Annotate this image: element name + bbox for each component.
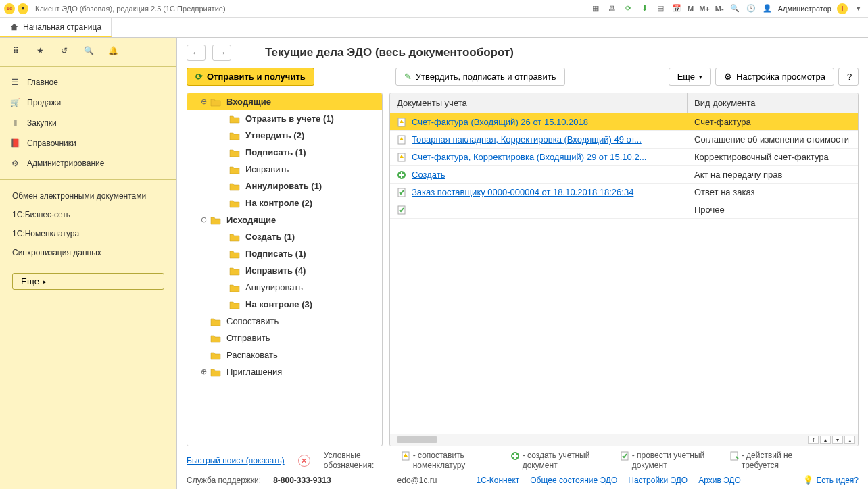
folder-icon <box>229 165 240 174</box>
footer-link-2[interactable]: Настройки ЭДО <box>628 475 688 485</box>
document-link[interactable]: Создать <box>412 170 445 180</box>
folder-icon <box>229 232 240 242</box>
tree-node-9[interactable]: Подписать (1) <box>187 245 382 262</box>
clock-icon[interactable]: 🕓 <box>746 3 756 14</box>
tree-node-7[interactable]: ⊖Исходящие <box>187 211 382 228</box>
sidebar-item-0[interactable]: ☰Главное <box>0 72 176 93</box>
document-link[interactable]: Счет-фактура (Входящий) 26 от 15.10.2018 <box>412 117 588 127</box>
tree-node-12[interactable]: На контроле (3) <box>187 296 382 313</box>
info-icon[interactable]: i <box>837 3 848 14</box>
nav-back-button[interactable]: ← <box>187 45 206 61</box>
folder-tree[interactable]: ⊖ВходящиеОтразить в учете (1)Утвердить (… <box>187 93 383 446</box>
legend-check-icon <box>620 451 629 461</box>
tree-node-2[interactable]: Утвердить (2) <box>187 127 382 144</box>
sidebar-link-3[interactable]: Синхронизация данных <box>0 243 176 262</box>
print-icon[interactable]: 🖶 <box>606 3 617 14</box>
quick-search-link[interactable]: Быстрый поиск (показать) <box>187 456 285 465</box>
tree-node-8[interactable]: Создать (1) <box>187 228 382 245</box>
send-receive-button[interactable]: ⟳ Отправить и получить <box>187 68 314 86</box>
collapse-icon[interactable]: ⊖ <box>199 97 208 106</box>
scroll-up-icon[interactable]: ▴ <box>820 436 831 444</box>
history-icon[interactable]: ↺ <box>58 45 70 57</box>
footer-link-1[interactable]: Общее состояние ЭДО <box>530 475 617 485</box>
calc-m[interactable]: M <box>688 5 694 13</box>
dropdown-icon[interactable]: ▾ <box>18 3 28 14</box>
menu-dropdown-icon[interactable]: ▾ <box>853 3 864 14</box>
calendar-icon[interactable]: 📅 <box>671 3 682 14</box>
tree-node-14[interactable]: Отправить <box>187 330 382 346</box>
search-icon[interactable]: 🔍 <box>82 45 95 57</box>
legend-item-1: - создать учетный документ <box>510 451 604 471</box>
help-button[interactable]: ? <box>838 68 859 86</box>
sidebar-link-0[interactable]: Обмен электронными документами <box>0 186 176 205</box>
table-row[interactable]: Товарная накладная, Корректировка (Входя… <box>390 131 858 149</box>
support-label: Служба поддержки: <box>187 475 261 485</box>
footer-link-0[interactable]: 1С-Коннект <box>476 475 519 485</box>
document-link[interactable]: Заказ поставщику 0000-000004 от 18.10.20… <box>412 187 633 197</box>
tree-node-10[interactable]: Исправить (4) <box>187 262 382 279</box>
table-row[interactable]: Прочее <box>390 201 858 219</box>
titlebar: 1c ▾ Клиент ЭДО (базовая), редакция 2.5 … <box>0 0 868 18</box>
idea-link[interactable]: 💡 Есть идея? <box>803 475 859 485</box>
status-warn-icon <box>397 118 406 127</box>
approve-sign-send-button[interactable]: ✎ Утвердить, подписать и отправить <box>395 68 565 86</box>
sidebar-item-2[interactable]: ⫴Закупки <box>0 113 176 133</box>
column-doctype[interactable]: Вид документа <box>688 93 858 113</box>
zoom-icon[interactable]: 🔍 <box>729 3 740 14</box>
horizontal-scrollbar[interactable]: ⤒ ▴ ▾ ⤓ <box>390 434 858 446</box>
gear-icon: ⚙ <box>9 158 20 169</box>
document-link[interactable]: Счет-фактура, Корректировка (Входящий) 2… <box>412 152 646 162</box>
close-icon[interactable]: ✕ <box>298 455 310 467</box>
tree-node-0[interactable]: ⊖Входящие <box>187 93 382 110</box>
footer-link-3[interactable]: Архив ЭДО <box>698 475 741 485</box>
column-documents[interactable]: Документы учета <box>390 93 688 113</box>
folder-icon <box>229 266 240 276</box>
table-row[interactable]: Заказ поставщику 0000-000004 от 18.10.20… <box>390 184 858 201</box>
tab-home[interactable]: Начальная страница <box>0 18 112 37</box>
tool-icon-1[interactable]: ▦ <box>590 3 601 14</box>
legend-label: Условные обозначения: <box>324 451 385 471</box>
sidebar-link-1[interactable]: 1С:Бизнес-сеть <box>0 205 176 224</box>
table-row[interactable]: Счет-фактура, Корректировка (Входящий) 2… <box>390 149 858 166</box>
tree-node-4[interactable]: Исправить <box>187 161 382 178</box>
collapse-icon[interactable]: ⊖ <box>199 215 208 224</box>
compare-icon[interactable]: ▤ <box>655 3 666 14</box>
calc-mminus[interactable]: M- <box>715 5 724 13</box>
tree-node-15[interactable]: Распаковать <box>187 346 382 363</box>
refresh-icon[interactable]: ⟳ <box>623 3 633 14</box>
tree-node-6[interactable]: На контроле (2) <box>187 195 382 211</box>
star-icon[interactable]: ★ <box>34 45 46 57</box>
calc-mplus[interactable]: M+ <box>699 5 710 13</box>
sidebar-item-3[interactable]: 📕Справочники <box>0 133 176 153</box>
table-row[interactable]: Счет-фактура (Входящий) 26 от 15.10.2018… <box>390 113 858 131</box>
document-table: Документы учета Вид документа Счет-факту… <box>389 93 859 446</box>
tree-node-11[interactable]: Аннулировать <box>187 279 382 296</box>
document-link[interactable]: Товарная накладная, Корректировка (Входя… <box>412 134 642 145</box>
nav-forward-button[interactable]: → <box>212 45 231 61</box>
download-icon[interactable]: ⬇ <box>639 3 650 14</box>
user-name[interactable]: Администратор <box>778 5 831 13</box>
tree-node-5[interactable]: Аннулировать (1) <box>187 178 382 195</box>
scroll-last-icon[interactable]: ⤓ <box>844 436 855 444</box>
user-icon: 👤 <box>762 3 773 14</box>
sidebar-item-4[interactable]: ⚙Администрирование <box>0 153 176 174</box>
folder-icon <box>210 367 221 377</box>
chevron-down-icon: ▾ <box>699 74 702 80</box>
scroll-down-icon[interactable]: ▾ <box>832 436 843 444</box>
expand-icon[interactable]: ⊕ <box>199 367 208 376</box>
sidebar-link-2[interactable]: 1С:Номенклатура <box>0 224 176 243</box>
tree-node-16[interactable]: ⊕Приглашения <box>187 363 382 380</box>
tree-node-3[interactable]: Подписать (1) <box>187 144 382 161</box>
folder-icon <box>210 351 221 360</box>
table-row[interactable]: СоздатьАкт на передачу прав <box>390 166 858 184</box>
sidebar-item-1[interactable]: 🛒Продажи <box>0 93 176 113</box>
apps-icon[interactable]: ⠿ <box>9 45 22 57</box>
scroll-first-icon[interactable]: ⤒ <box>808 436 819 444</box>
tree-node-1[interactable]: Отразить в учете (1) <box>187 110 382 127</box>
bell-icon[interactable]: 🔔 <box>107 45 119 57</box>
tree-node-13[interactable]: Сопоставить <box>187 313 382 330</box>
more-button[interactable]: Еще ▾ <box>669 68 711 86</box>
sidebar-more-button[interactable]: Еще ▸ <box>12 273 164 290</box>
app-logo-icon: 1c <box>4 3 15 14</box>
view-settings-button[interactable]: ⚙ Настройка просмотра <box>715 68 834 86</box>
